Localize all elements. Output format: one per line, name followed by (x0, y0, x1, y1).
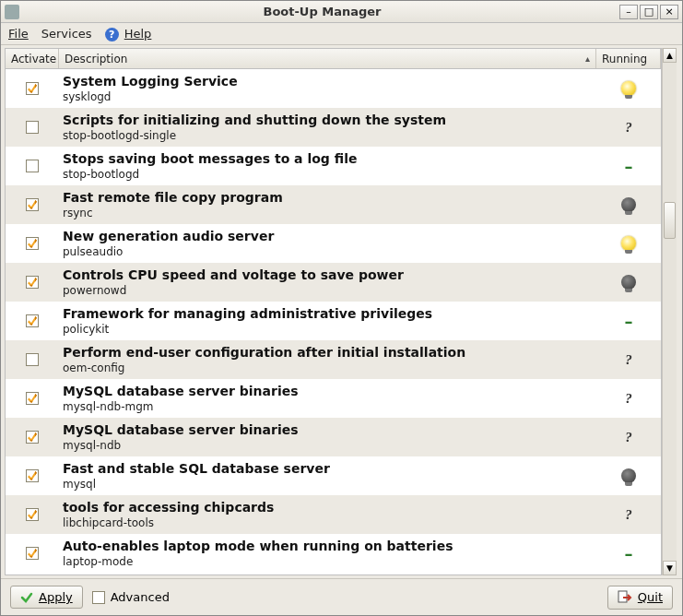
close-button[interactable]: × (660, 5, 678, 19)
scroll-up-icon[interactable]: ▲ (663, 48, 677, 63)
bulb-on-icon (621, 81, 636, 96)
activate-checkbox[interactable] (26, 314, 39, 327)
menu-services[interactable]: Services (41, 27, 92, 41)
minimize-button[interactable]: – (619, 5, 638, 19)
service-name: libchipcard-tools (63, 516, 593, 529)
service-title: Auto-enables laptop mode when running on… (63, 539, 593, 555)
table-row[interactable]: Auto-enables laptop mode when running on… (6, 534, 661, 573)
service-title: MySQL database server binaries (63, 384, 593, 400)
table-body: System Logging ServicesysklogdScripts fo… (6, 69, 661, 575)
service-title: Fast remote file copy program (63, 190, 593, 207)
activate-checkbox[interactable] (26, 160, 39, 172)
scroll-track[interactable] (663, 63, 677, 561)
vertical-scrollbar[interactable]: ▲ ▼ (662, 48, 677, 575)
service-title: Stops saving boot messages to a log file (63, 151, 593, 168)
activate-checkbox[interactable] (26, 469, 39, 482)
table-row[interactable]: Fast and stable SQL database servermysql (6, 456, 661, 495)
table-row[interactable]: New generation audio serverpulseaudio (6, 224, 661, 263)
menu-file[interactable]: File (8, 27, 29, 41)
service-name: pulseaudio (63, 245, 593, 258)
service-name: stop-bootlogd-single (63, 129, 593, 142)
app-window: Boot-Up Manager – □ × File Services ? He… (0, 0, 683, 616)
unknown-icon: ? (625, 430, 632, 445)
activate-checkbox[interactable] (26, 82, 39, 95)
service-name: mysql-ndb-mgm (63, 400, 593, 413)
content-area: Activate Description ▴ Running System Lo… (1, 45, 682, 578)
scroll-thumb[interactable] (664, 202, 676, 239)
service-title: Framework for managing administrative pr… (63, 306, 593, 323)
col-description[interactable]: Description ▴ (59, 49, 596, 68)
bulb-on-icon (621, 236, 636, 251)
service-title: Perform end-user configuration after ini… (63, 345, 593, 361)
window-title: Boot-Up Manager (25, 5, 619, 18)
activate-checkbox[interactable] (26, 237, 39, 250)
advanced-checkbox[interactable] (92, 591, 105, 604)
running-status: ? (596, 391, 661, 407)
table-row[interactable]: Scripts for initializing and shutting do… (6, 108, 661, 147)
menubar: File Services ? Help (1, 23, 682, 45)
table-row[interactable]: MySQL database server binariesmysql-ndb-… (6, 379, 661, 418)
activate-checkbox[interactable] (26, 547, 39, 560)
activate-checkbox[interactable] (26, 392, 39, 405)
activate-checkbox[interactable] (26, 276, 39, 289)
titlebar: Boot-Up Manager – □ × (1, 1, 682, 23)
maximize-button[interactable]: □ (640, 5, 658, 19)
activate-checkbox[interactable] (26, 431, 39, 444)
activate-checkbox[interactable] (26, 198, 39, 211)
service-title: Scripts for initializing and shutting do… (63, 113, 593, 129)
menu-help[interactable]: ? Help (105, 27, 152, 41)
app-icon (5, 5, 19, 19)
running-status: ? (596, 352, 661, 368)
service-title: MySQL database server binaries (63, 422, 593, 439)
service-name: rsync (63, 207, 593, 219)
unknown-icon: ? (625, 391, 632, 407)
scroll-down-icon[interactable]: ▼ (663, 561, 677, 575)
stopped-icon: – (625, 157, 633, 176)
table-row[interactable]: tools for accessing chipcardslibchipcard… (6, 495, 661, 534)
table-row[interactable]: Perform end-user configuration after ini… (6, 340, 661, 379)
stopped-icon: – (625, 544, 633, 563)
advanced-label: Advanced (111, 590, 170, 604)
table-row[interactable]: System Logging Servicesysklogd (6, 69, 661, 108)
table-row[interactable]: Controls CPU speed and voltage to save p… (6, 263, 661, 302)
activate-checkbox[interactable] (26, 508, 39, 521)
unknown-icon: ? (625, 507, 632, 523)
service-title: System Logging Service (63, 74, 593, 90)
table-row[interactable]: Fast remote file copy programrsync (6, 185, 661, 224)
unknown-icon: ? (625, 120, 632, 136)
service-name: policykit (63, 323, 593, 336)
running-status: – (596, 544, 661, 563)
service-name: mysql-ndb (63, 439, 593, 452)
table-row[interactable]: Stops saving boot messages to a log file… (6, 147, 661, 185)
running-status: – (596, 157, 661, 176)
quit-icon (618, 590, 632, 605)
quit-button[interactable]: Quit (607, 586, 673, 610)
help-icon: ? (105, 28, 119, 41)
service-title: Controls CPU speed and voltage to save p… (63, 267, 593, 284)
unknown-icon: ? (625, 352, 632, 368)
apply-button[interactable]: Apply (10, 586, 83, 609)
service-name: laptop-mode (63, 555, 593, 568)
bulb-off-icon (621, 275, 636, 290)
running-status: ? (596, 507, 661, 523)
running-status: ? (596, 430, 661, 445)
running-status (596, 468, 661, 483)
bulb-off-icon (621, 197, 636, 212)
window-buttons: – □ × (619, 5, 678, 19)
col-running[interactable]: Running (596, 49, 661, 68)
running-status: ? (596, 120, 661, 136)
footer: Apply Advanced Quit (1, 578, 682, 615)
running-status (596, 236, 661, 251)
activate-checkbox[interactable] (26, 353, 39, 366)
service-name: sysklogd (63, 90, 593, 103)
service-title: Fast and stable SQL database server (63, 461, 593, 478)
table-row[interactable]: Framework for managing administrative pr… (6, 302, 661, 340)
bulb-off-icon (621, 468, 636, 483)
advanced-checkbox-row[interactable]: Advanced (92, 590, 170, 604)
sort-asc-icon: ▴ (585, 53, 590, 64)
table-row[interactable]: MySQL database server binariesmysql-ndb? (6, 418, 661, 456)
service-name: stop-bootlogd (63, 168, 593, 181)
activate-checkbox[interactable] (26, 121, 39, 134)
col-activate[interactable]: Activate (6, 49, 59, 68)
service-name: oem-config (63, 361, 593, 374)
